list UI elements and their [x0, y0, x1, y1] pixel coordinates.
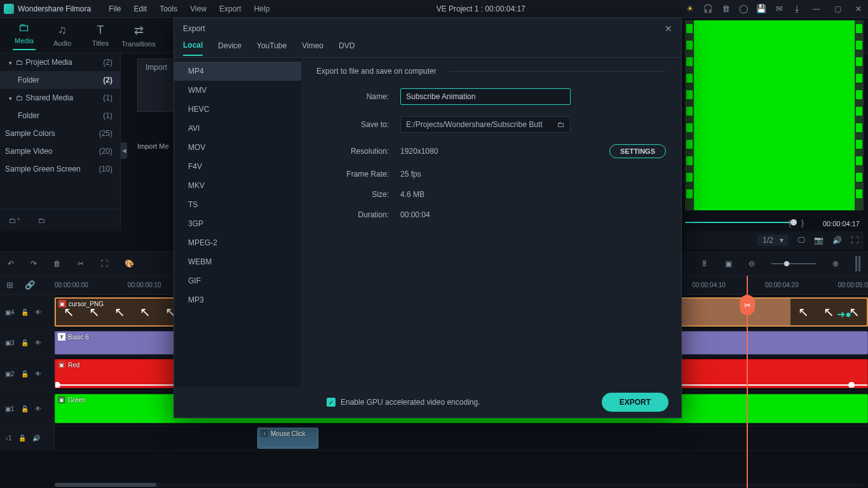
format-mpeg2[interactable]: MPEG-2: [174, 233, 301, 252]
format-f4v[interactable]: F4V: [174, 157, 301, 176]
add-folder-icon[interactable]: 🗀⁺: [9, 216, 20, 225]
sun-icon[interactable]: ☀: [686, 4, 695, 13]
preview-zoom-select[interactable]: 1/2▾: [757, 234, 789, 246]
lock-icon[interactable]: 🔓: [21, 339, 29, 346]
sidebar-project-media[interactable]: ▾🗀 Project Media (2): [0, 53, 120, 71]
add-track-icon[interactable]: ⊞: [6, 280, 13, 290]
menu-file[interactable]: File: [102, 4, 127, 13]
folder-browse-icon[interactable]: 🗀: [557, 120, 565, 129]
eye-icon[interactable]: 👁: [35, 405, 41, 412]
format-ts[interactable]: TS: [174, 195, 301, 214]
preview-scrubber[interactable]: [685, 222, 794, 223]
format-hevc[interactable]: HEVC: [174, 100, 301, 119]
format-3gp[interactable]: 3GP: [174, 214, 301, 233]
format-wmv[interactable]: WMV: [174, 81, 301, 100]
clip-label: Mouse Click: [271, 430, 305, 437]
name-input[interactable]: [400, 88, 571, 105]
collapse-handle[interactable]: ◀: [121, 142, 127, 159]
sidebar-shared-media[interactable]: ▾🗀 Shared Media (1): [0, 89, 120, 107]
tab-local[interactable]: Local: [183, 41, 203, 56]
minimize-button[interactable]: —: [810, 4, 823, 13]
sidebar-sample-video[interactable]: Sample Video (20): [0, 142, 120, 160]
view-split-icon[interactable]: [855, 256, 860, 271]
speaker-icon[interactable]: 🔊: [832, 236, 842, 245]
preview-markers[interactable]: { }: [789, 218, 808, 227]
speaker-icon[interactable]: 🔊: [32, 435, 40, 442]
delete-icon[interactable]: 🗑: [53, 259, 61, 268]
user-icon[interactable]: ◯: [739, 4, 748, 13]
preview-screen[interactable]: [685, 20, 864, 210]
zoom-out-icon[interactable]: ⊖: [749, 259, 755, 268]
headphones-icon[interactable]: 🎧: [703, 4, 712, 13]
lock-icon[interactable]: 🔓: [21, 309, 29, 316]
format-webm[interactable]: WEBM: [174, 252, 301, 271]
module-media[interactable]: 🗀 Media: [5, 18, 43, 53]
menu-view[interactable]: View: [184, 4, 213, 13]
menu-edit[interactable]: Edit: [128, 4, 154, 13]
module-audio[interactable]: ♫ Audio: [43, 21, 81, 50]
download-icon[interactable]: ⭳: [792, 4, 801, 13]
close-button[interactable]: ✕: [853, 4, 864, 13]
sidebar-sample-green[interactable]: Sample Green Screen (10): [0, 160, 120, 178]
eye-icon[interactable]: 👁: [35, 309, 41, 316]
tab-youtube[interactable]: YouTube: [257, 41, 287, 55]
link-icon[interactable]: 🔗: [25, 280, 35, 290]
tab-device[interactable]: Device: [218, 41, 241, 55]
eye-icon[interactable]: 👁: [35, 339, 41, 346]
dialog-close-button[interactable]: ✕: [665, 24, 672, 34]
menu-tools[interactable]: Tools: [153, 4, 184, 13]
format-mp3[interactable]: MP3: [174, 290, 301, 309]
trash-icon[interactable]: 🗑: [721, 4, 730, 13]
sidebar-sample-colors[interactable]: Sample Colors (25): [0, 125, 120, 142]
scissors-icon[interactable]: ✂: [740, 295, 755, 315]
maximize-button[interactable]: ▢: [832, 4, 844, 13]
tab-dvd[interactable]: DVD: [339, 41, 355, 55]
export-settings-area: Export to file and save on computer Name…: [301, 58, 681, 387]
format-list: MP4 WMV HEVC AVI MOV F4V MKV TS 3GP MPEG…: [174, 58, 301, 387]
display-icon[interactable]: 🖵: [797, 236, 805, 245]
cut-icon[interactable]: ✂: [78, 259, 84, 268]
save-icon[interactable]: 💾: [757, 4, 766, 13]
format-gif[interactable]: GIF: [174, 271, 301, 290]
format-mkv[interactable]: MKV: [174, 176, 301, 195]
module-transitions[interactable]: ⇄ Transitions: [119, 21, 158, 50]
format-mp4[interactable]: MP4: [174, 62, 301, 81]
timeline-scrollbar[interactable]: [55, 483, 863, 487]
settings-button[interactable]: SETTINGS: [609, 144, 666, 158]
lock-icon[interactable]: 🔓: [21, 405, 29, 412]
mixer-icon[interactable]: 🎚: [701, 259, 709, 268]
preview-timecode: 00:00:04:17: [823, 220, 860, 227]
count: (2): [103, 58, 112, 67]
mail-icon[interactable]: ✉: [775, 4, 783, 13]
sidebar-folder-2[interactable]: Folder (1): [0, 107, 120, 125]
import-thumbnail[interactable]: Import: [137, 58, 175, 112]
camera-icon[interactable]: 📷: [814, 236, 824, 245]
crop-icon[interactable]: ⛶: [100, 259, 108, 268]
clip-mouse-click[interactable]: ♪Mouse Click: [257, 428, 318, 449]
zoom-slider[interactable]: [771, 263, 816, 264]
menu-export[interactable]: Export: [213, 4, 248, 13]
format-mov[interactable]: MOV: [174, 138, 301, 157]
preview-controls: 1/2▾ 🖵 📷 🔊 ⛶: [685, 231, 864, 249]
marker-icon[interactable]: ▣: [725, 259, 732, 268]
export-button[interactable]: EXPORT: [602, 393, 668, 412]
fullscreen-icon[interactable]: ⛶: [851, 236, 858, 245]
clip-label: Basic 6: [68, 334, 89, 341]
module-titles[interactable]: T Titles: [81, 21, 119, 50]
menu-help[interactable]: Help: [248, 4, 276, 13]
redo-icon[interactable]: ↷: [31, 259, 37, 268]
project-title: VE Project 1 : 00:00:04:17: [276, 4, 686, 13]
color-icon[interactable]: 🎨: [125, 259, 134, 268]
zoom-in-icon[interactable]: ⊕: [832, 259, 839, 268]
lock-icon[interactable]: 🔓: [21, 370, 29, 377]
eye-icon[interactable]: 👁: [35, 370, 41, 377]
playhead[interactable]: ✂: [747, 276, 748, 488]
lock-icon[interactable]: 🔓: [18, 435, 26, 442]
tab-vimeo[interactable]: Vimeo: [302, 41, 323, 55]
sidebar-folder-active[interactable]: Folder (2): [0, 71, 120, 89]
save-to-path[interactable]: E:/Projects/Wondershare/Subscribe Butt 🗀: [400, 116, 571, 133]
folder-icon[interactable]: 🗀: [38, 216, 46, 225]
gpu-checkbox[interactable]: ✓ Enable GPU accelerated video encoding.: [327, 398, 480, 407]
format-avi[interactable]: AVI: [174, 119, 301, 138]
undo-icon[interactable]: ↶: [8, 259, 14, 268]
